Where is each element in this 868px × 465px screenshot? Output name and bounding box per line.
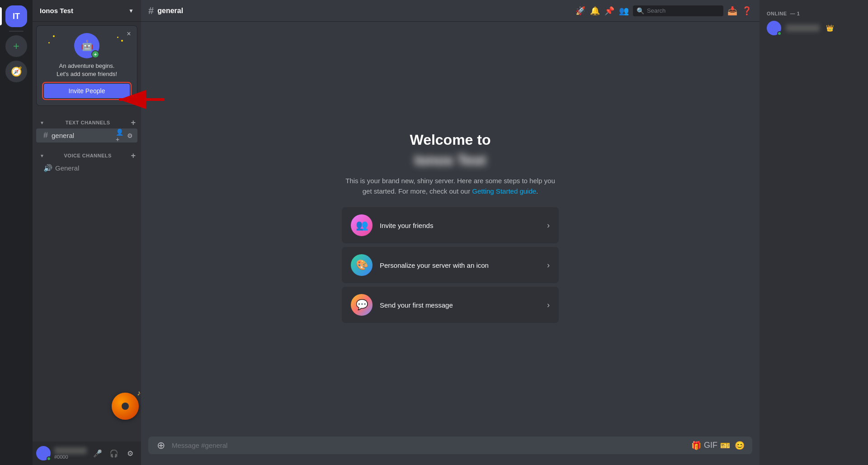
- boost-button[interactable]: 🚀: [575, 5, 586, 16]
- channel-sidebar: Ionos Test ▼ × 🤖 + An adventure begins. …: [33, 0, 141, 465]
- action-card-message[interactable]: 💬 Send your first message ›: [342, 287, 559, 323]
- personalize-label: Personalize your server with an icon: [380, 261, 489, 269]
- welcome-heading: Welcome to: [342, 132, 559, 148]
- channel-hash-icon: #: [43, 131, 48, 140]
- action-card-message-left: 💬 Send your first message: [351, 294, 453, 316]
- message-input-box: ⊕ 🎁 GIF 🎫 😊: [148, 437, 752, 454]
- member-crown-icon: 👑: [826, 24, 834, 32]
- online-count: 1: [797, 11, 800, 16]
- online-label: ONLINE: [767, 11, 787, 16]
- member-list: ONLINE — 1 BlurredUser 👑: [760, 0, 868, 465]
- user-discriminator: #0000: [54, 454, 87, 460]
- channel-hash-display: #: [148, 5, 154, 17]
- welcome-popup: × 🤖 + An adventure begins. Let's add som…: [36, 25, 137, 106]
- user-settings-button[interactable]: ⚙: [123, 446, 137, 460]
- discover-servers-button[interactable]: 🧭: [5, 61, 27, 82]
- compass-icon: 🧭: [11, 66, 22, 77]
- welcome-server-name: Ionos Test: [342, 152, 559, 169]
- pinned-messages-button[interactable]: 📌: [604, 5, 615, 16]
- member-item-0[interactable]: BlurredUser 👑: [763, 18, 864, 38]
- welcome-text-line1: An adventure begins.: [44, 62, 130, 70]
- user-online-status: [47, 456, 51, 461]
- voice-channel-general[interactable]: 🔊 General: [36, 161, 137, 175]
- top-bar-actions: 🚀 🔔 📌 👥 🔍 📥 ❓: [575, 5, 752, 16]
- message-attach-button[interactable]: ⊕: [156, 440, 166, 451]
- add-server-button[interactable]: +: [5, 35, 27, 57]
- invite-to-channel-button[interactable]: 👤+: [116, 132, 124, 140]
- voice-channels-collapse-arrow: ▼: [40, 153, 44, 158]
- user-avatar[interactable]: [36, 446, 51, 460]
- avatar-add-badge: +: [91, 50, 99, 58]
- gif-button[interactable]: GIF: [705, 440, 716, 451]
- member-list-button[interactable]: 👥: [618, 5, 629, 16]
- member-online-dot-0: [777, 31, 782, 36]
- send-message-chevron: ›: [547, 300, 550, 310]
- invite-friends-icon: 👥: [351, 214, 373, 236]
- personalize-chevron: ›: [547, 261, 550, 270]
- sparkle-4: [121, 39, 123, 42]
- music-disc: ♪: [112, 393, 139, 420]
- channel-action-icons: 👤+ ⚙: [116, 132, 134, 140]
- voice-channels-section: ▼ VOICE CHANNELS + 🔊 General: [33, 150, 141, 175]
- add-server-icon: +: [13, 40, 19, 52]
- message-input[interactable]: [172, 437, 685, 454]
- action-card-invite[interactable]: 👥 Invite your friends ›: [342, 207, 559, 243]
- voice-channels-header[interactable]: ▼ VOICE CHANNELS +: [33, 150, 141, 161]
- user-info: UserName #0000: [54, 447, 87, 460]
- mute-button[interactable]: 🎤: [90, 446, 105, 460]
- emoji-button[interactable]: 😊: [734, 440, 745, 451]
- user-bar: UserName #0000 🎤 🎧 ⚙: [33, 441, 141, 465]
- voice-channel-name-general: General: [55, 164, 134, 172]
- server-bar: IT + 🧭: [0, 0, 33, 465]
- inbox-button[interactable]: 📥: [727, 5, 738, 16]
- sparkle-2: [117, 37, 118, 38]
- text-channels-label: TEXT CHANNELS: [66, 120, 110, 125]
- search-input[interactable]: [647, 7, 720, 14]
- text-channels-collapse-arrow: ▼: [40, 120, 44, 125]
- sparkle-1: [53, 35, 55, 37]
- edit-channel-button[interactable]: ⚙: [126, 132, 134, 140]
- member-avatar-0: [767, 21, 781, 35]
- server-dropdown-arrow: ▼: [128, 8, 134, 14]
- user-controls: 🎤 🎧 ⚙: [90, 446, 137, 460]
- search-icon: 🔍: [637, 7, 644, 14]
- invite-people-button[interactable]: Invite People: [44, 84, 130, 98]
- gift-button[interactable]: 🎁: [691, 440, 702, 451]
- send-message-label: Send your first message: [380, 301, 453, 309]
- getting-started-link[interactable]: Getting Started guide: [472, 187, 536, 195]
- main-content: # general 🚀 🔔 📌 👥 🔍 📥 ❓ Welcome to Ionos…: [141, 0, 760, 465]
- text-channels-header[interactable]: ▼ TEXT CHANNELS +: [33, 117, 141, 128]
- deafen-button[interactable]: 🎧: [107, 446, 121, 460]
- channel-title-name: general: [157, 7, 183, 15]
- welcome-description: This is your brand new, shiny server. He…: [342, 176, 559, 196]
- text-channels-section: ▼ TEXT CHANNELS + # general 👤+ ⚙: [33, 117, 141, 142]
- help-button[interactable]: ❓: [741, 5, 752, 16]
- personalize-icon: 🎨: [351, 254, 373, 276]
- search-bar[interactable]: 🔍: [633, 5, 723, 16]
- invite-friends-chevron: ›: [547, 221, 550, 230]
- action-card-personalize-left: 🎨 Personalize your server with an icon: [351, 254, 489, 276]
- voice-channel-icon: 🔊: [43, 164, 52, 172]
- top-bar: # general 🚀 🔔 📌 👥 🔍 📥 ❓: [141, 0, 760, 22]
- action-card-personalize[interactable]: 🎨 Personalize your server with an icon ›: [342, 247, 559, 283]
- voice-channels-label: VOICE CHANNELS: [64, 153, 112, 158]
- add-voice-channel-button[interactable]: +: [129, 152, 137, 160]
- sparkle-3: [48, 42, 50, 43]
- username: UserName: [54, 447, 87, 454]
- channel-title-area: # general: [148, 5, 568, 17]
- online-members-header: ONLINE — 1: [763, 7, 864, 18]
- welcome-card: Welcome to Ionos Test This is your brand…: [342, 132, 559, 327]
- server-header[interactable]: Ionos Test ▼: [33, 0, 141, 22]
- add-text-channel-button[interactable]: +: [129, 119, 137, 127]
- avatar-area: 🤖 +: [44, 33, 130, 58]
- message-input-area: ⊕ 🎁 GIF 🎫 😊: [141, 437, 760, 465]
- server-name: Ionos Test: [40, 7, 73, 14]
- action-card-invite-left: 👥 Invite your friends: [351, 214, 433, 236]
- notification-settings-button[interactable]: 🔔: [590, 5, 600, 16]
- channel-item-general[interactable]: # general 👤+ ⚙: [36, 128, 137, 142]
- message-right-actions: 🎁 GIF 🎫 😊: [691, 440, 745, 451]
- server-icon-it[interactable]: IT: [5, 5, 27, 27]
- send-message-icon: 💬: [351, 294, 373, 316]
- sticker-button[interactable]: 🎫: [720, 440, 731, 451]
- chat-area: Welcome to Ionos Test This is your brand…: [141, 22, 760, 437]
